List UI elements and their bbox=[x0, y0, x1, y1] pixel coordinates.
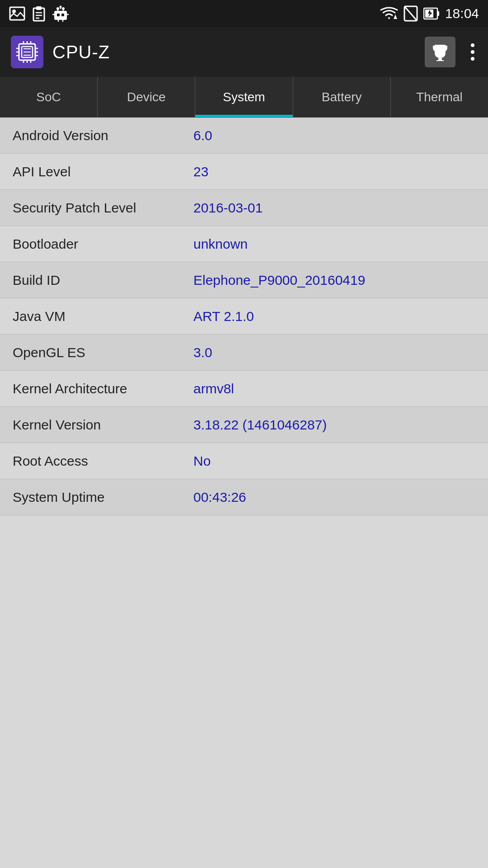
tab-thermal[interactable]: Thermal bbox=[391, 77, 488, 117]
row-label: Android Version bbox=[13, 128, 193, 143]
table-row: API Level 23 bbox=[0, 154, 488, 190]
row-label: Build ID bbox=[13, 273, 193, 288]
tab-system[interactable]: System bbox=[195, 77, 293, 117]
trophy-button[interactable] bbox=[425, 37, 455, 67]
row-value: 3.0 bbox=[193, 345, 475, 360]
row-value: 23 bbox=[193, 164, 475, 179]
row-value: ART 2.1.0 bbox=[193, 309, 475, 324]
svg-point-11 bbox=[56, 7, 59, 10]
row-label: OpenGL ES bbox=[13, 345, 193, 360]
row-value: 2016-03-01 bbox=[193, 200, 475, 216]
svg-rect-3 bbox=[36, 6, 42, 10]
svg-rect-23 bbox=[437, 11, 439, 16]
status-bar-right: 18:04 bbox=[380, 5, 479, 22]
row-value: 3.18.22 (1461046287) bbox=[193, 417, 475, 433]
more-dot-1 bbox=[471, 43, 474, 47]
row-label: Kernel Version bbox=[13, 417, 193, 433]
table-row: System Uptime 00:43:26 bbox=[0, 479, 488, 515]
trophy-icon bbox=[431, 43, 449, 61]
more-dot-2 bbox=[471, 50, 474, 54]
svg-rect-2 bbox=[33, 8, 44, 21]
svg-rect-7 bbox=[57, 14, 60, 16]
row-label: System Uptime bbox=[13, 490, 193, 505]
tab-soc[interactable]: SoC bbox=[0, 77, 98, 117]
svg-point-12 bbox=[62, 7, 65, 10]
tab-bar: SoC Device System Battery Thermal bbox=[0, 77, 488, 118]
robot-icon bbox=[52, 5, 69, 22]
row-label: Root Access bbox=[13, 453, 193, 469]
svg-rect-0 bbox=[10, 7, 24, 20]
row-label: Kernel Architecture bbox=[13, 381, 193, 396]
table-row: Android Version 6.0 bbox=[0, 118, 488, 154]
row-label: Bootloader bbox=[13, 236, 193, 252]
status-bar: 18:04 bbox=[0, 0, 488, 27]
row-value: 6.0 bbox=[193, 128, 475, 143]
more-button[interactable] bbox=[468, 39, 477, 65]
row-value: 00:43:26 bbox=[193, 490, 475, 505]
app-logo bbox=[11, 36, 43, 68]
tab-battery[interactable]: Battery bbox=[293, 77, 391, 117]
table-row: Security Patch Level 2016-03-01 bbox=[0, 190, 488, 226]
svg-point-1 bbox=[12, 9, 16, 13]
table-row: Root Access No bbox=[0, 443, 488, 479]
image-icon bbox=[9, 6, 25, 21]
table-row: Build ID Elephone_P9000_20160419 bbox=[0, 262, 488, 298]
svg-rect-42 bbox=[438, 58, 442, 60]
svg-marker-19 bbox=[394, 14, 397, 19]
tab-device[interactable]: Device bbox=[98, 77, 195, 117]
svg-rect-8 bbox=[61, 14, 64, 16]
status-time: 18:04 bbox=[445, 6, 479, 21]
table-row: OpenGL ES 3.0 bbox=[0, 335, 488, 371]
battery-icon bbox=[423, 6, 440, 21]
status-bar-left bbox=[9, 5, 69, 22]
svg-point-14 bbox=[60, 6, 62, 8]
table-row: Bootloader unknown bbox=[0, 226, 488, 262]
clipboard-icon bbox=[32, 5, 46, 22]
app-title: CPU-Z bbox=[52, 42, 110, 62]
row-label: Java VM bbox=[13, 309, 193, 324]
svg-rect-6 bbox=[54, 11, 67, 20]
table-row: Java VM ART 2.1.0 bbox=[0, 298, 488, 335]
app-bar-right bbox=[425, 37, 477, 67]
row-value: unknown bbox=[193, 236, 475, 252]
row-value: Elephone_P9000_20160419 bbox=[193, 273, 475, 288]
cpu-logo-icon bbox=[15, 40, 39, 64]
content-area: Android Version 6.0 API Level 23 Securit… bbox=[0, 118, 488, 515]
app-bar: CPU-Z bbox=[0, 27, 488, 77]
table-row: Kernel Architecture armv8l bbox=[0, 371, 488, 407]
no-sim-icon bbox=[404, 5, 418, 22]
row-label: API Level bbox=[13, 164, 193, 179]
row-value: armv8l bbox=[193, 381, 475, 396]
svg-rect-43 bbox=[436, 60, 444, 61]
row-value: No bbox=[193, 453, 475, 469]
svg-line-21 bbox=[404, 6, 417, 21]
table-row: Kernel Version 3.18.22 (1461046287) bbox=[0, 407, 488, 443]
wifi-icon bbox=[380, 6, 398, 21]
more-dot-3 bbox=[471, 57, 474, 61]
app-bar-left: CPU-Z bbox=[11, 36, 110, 68]
row-label: Security Patch Level bbox=[13, 200, 193, 216]
